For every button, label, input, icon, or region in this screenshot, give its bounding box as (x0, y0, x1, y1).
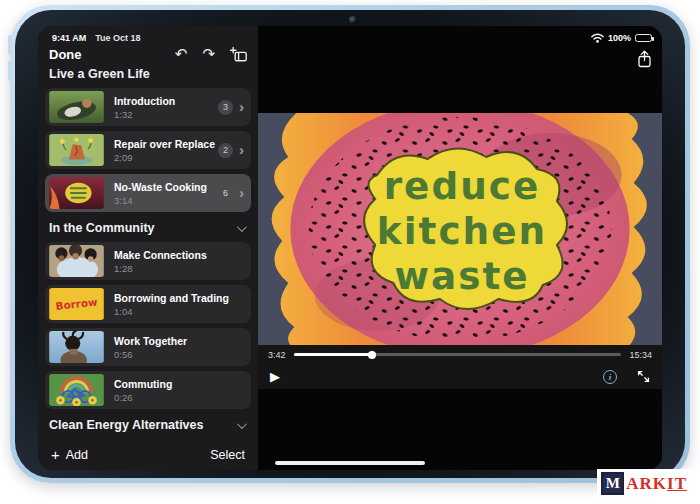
chapter-row-borrowing-and-trading[interactable]: Borrow Borrowing and Trading 1:04 (45, 285, 251, 323)
clip-count-badge: 6 (218, 186, 233, 201)
clip-count-badge: 3 (218, 100, 233, 115)
status-time: 9:41 AM (52, 33, 86, 43)
total-time: 15:34 (629, 350, 652, 360)
volume-down-button[interactable] (8, 61, 12, 81)
video-title-line-2: kitchen (377, 209, 547, 253)
fullscreen-icon[interactable] (637, 370, 650, 383)
video-title-line-1: reduce (384, 164, 541, 208)
thumbnail-commuting (48, 374, 105, 406)
status-date: Tue Oct 18 (95, 33, 140, 43)
chapter-title: Work Together (114, 335, 244, 347)
chapter-duration: 1:28 (114, 263, 244, 274)
video-title-line-3: waste (394, 254, 529, 298)
battery-percent: 100% (608, 33, 631, 43)
section-header-clean-energy-alternatives[interactable]: Clean Energy Alternatives (45, 418, 251, 432)
playback-controls: 3:42 15:34 ▶ i (258, 345, 662, 389)
chevron-right-icon: › (239, 99, 244, 114)
watermark-it: IT (667, 474, 687, 494)
thumbnail-work-together (48, 331, 105, 363)
thumbnail-borrowing-and-trading: Borrow (48, 288, 105, 320)
watermark-ark: ARK (626, 474, 667, 494)
chapter-title: No-Waste Cooking (114, 181, 218, 193)
section-title: In the Community (49, 221, 155, 235)
progress-fill (294, 353, 373, 356)
chapter-duration: 2:09 (114, 152, 218, 163)
section-header-live-a-green-life: Live a Green Life (45, 67, 251, 81)
device-bezel: 9:41 AMTue Oct 18 100% Done (15, 10, 685, 478)
chapter-title: Introduction (114, 95, 218, 107)
share-icon[interactable] (637, 50, 652, 68)
watermark-m-box: M (601, 472, 624, 495)
volume-up-button[interactable] (8, 35, 12, 55)
video-frame[interactable]: reduce kitchen waste (258, 113, 662, 345)
status-indicators: 100% (591, 33, 652, 43)
chapter-row-introduction[interactable]: Introduction 1:32 3 › (45, 88, 251, 126)
thumbnail-no-waste-cooking (48, 177, 105, 209)
done-button[interactable]: Done (49, 47, 82, 62)
clip-count-badge: 2 (218, 143, 233, 158)
redo-icon[interactable]: ↷ (202, 47, 215, 62)
ipad-device: 9:41 AMTue Oct 18 100% Done (10, 5, 690, 483)
battery-icon (635, 34, 652, 43)
chapter-duration: 3:14 (114, 195, 218, 206)
chapter-row-work-together[interactable]: Work Together 0:56 (45, 328, 251, 366)
chapter-title: Repair over Replace (114, 138, 218, 150)
chapter-duration: 0:56 (114, 349, 244, 360)
watermark: M ARK IT (597, 469, 693, 498)
plus-icon: + (51, 447, 60, 462)
progress-bar[interactable] (294, 353, 622, 356)
current-time: 3:42 (268, 350, 286, 360)
thumbnail-introduction (48, 91, 105, 123)
undo-icon[interactable]: ↶ (175, 47, 188, 62)
section-title: Clean Energy Alternatives (49, 418, 203, 432)
wifi-icon (591, 33, 604, 43)
add-clip-icon[interactable] (230, 47, 247, 62)
sidebar-footer: + Add Select (45, 439, 251, 470)
chevron-right-icon: › (239, 142, 244, 157)
chapter-duration: 0:26 (114, 392, 244, 403)
play-button[interactable]: ▶ (270, 370, 280, 383)
select-button[interactable]: Select (210, 448, 245, 462)
chapter-row-no-waste-cooking[interactable]: No-Waste Cooking 3:14 6 › (45, 174, 251, 212)
chapter-duration: 1:32 (114, 109, 218, 120)
info-icon[interactable]: i (603, 370, 617, 384)
chapter-row-repair-over-replace[interactable]: Repair over Replace 2:09 2 › (45, 131, 251, 169)
chapter-title: Borrowing and Trading (114, 292, 244, 304)
home-indicator[interactable] (275, 461, 425, 465)
chapter-duration: 1:04 (114, 306, 244, 317)
chevron-down-icon[interactable] (237, 419, 247, 429)
chapter-row-make-connections[interactable]: Make Connections 1:28 (45, 242, 251, 280)
thumbnail-make-connections (48, 245, 105, 277)
chevron-down-icon[interactable] (237, 222, 247, 232)
chapter-sidebar: Done ↶ ↷ Live a Gre (38, 26, 258, 470)
chapter-title: Commuting (114, 378, 244, 390)
chapter-title: Make Connections (114, 249, 244, 261)
status-time-date: 9:41 AMTue Oct 18 (52, 33, 141, 43)
section-header-in-the-community[interactable]: In the Community (45, 221, 251, 235)
chapter-row-commuting[interactable]: Commuting 0:26 (45, 371, 251, 409)
video-player: reduce kitchen waste 3:42 15:34 (258, 26, 662, 470)
chevron-right-icon: › (239, 185, 244, 200)
thumbnail-repair-over-replace (48, 134, 105, 166)
sidebar-toolbar: Done ↶ ↷ (45, 47, 251, 62)
add-label: Add (66, 448, 88, 462)
status-bar: 9:41 AMTue Oct 18 100% (38, 26, 662, 46)
add-button[interactable]: + Add (51, 447, 88, 462)
section-title: Live a Green Life (49, 67, 150, 81)
screen: 9:41 AMTue Oct 18 100% Done (38, 26, 662, 470)
front-camera (349, 16, 357, 24)
